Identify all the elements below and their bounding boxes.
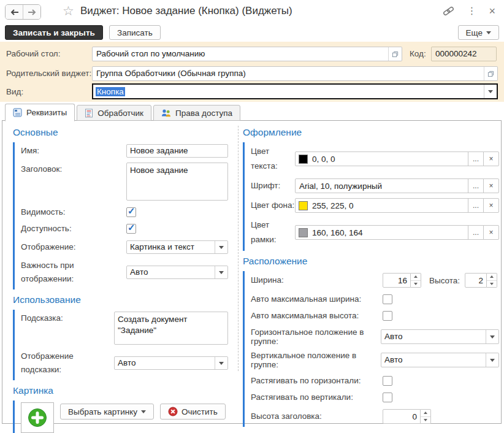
name-label: Имя: [21, 144, 126, 158]
left-column: Основные Имя: Новое задание Заголовок: Н… [13, 125, 231, 433]
tab-prava-dostupa[interactable]: Права доступа [153, 105, 240, 121]
more-button[interactable]: Еще [458, 25, 499, 40]
dropdown-button[interactable] [486, 330, 498, 343]
field-row-caption-height: Высота заголовка: 0 [251, 409, 499, 424]
accessibility-checkbox[interactable] [126, 224, 136, 234]
history-nav [5, 4, 41, 20]
chevron-down-icon [486, 31, 491, 34]
display-combobox[interactable]: Картинка и текст [126, 240, 228, 254]
caption-height-value[interactable]: 0 [383, 409, 421, 424]
field-row-display: Отображение: Картинка и текст [21, 240, 231, 254]
tooltip-textarea[interactable]: Создать документ "Задание" [114, 312, 228, 345]
vertical-position-combobox[interactable]: Авто [381, 353, 499, 367]
height-value[interactable]: 2 [465, 273, 487, 288]
choose-button[interactable]: ... [468, 198, 484, 213]
step-up-icon[interactable] [487, 274, 497, 281]
parent-widget-value: Группа Обработчики (Обычная группа) [96, 69, 246, 78]
column-divider [238, 126, 239, 371]
caption-height-stepper[interactable]: 0 [383, 409, 431, 424]
close-icon[interactable]: × [489, 6, 495, 16]
stretch-horizontal-label: Растягивать по горизонтали: [251, 374, 383, 388]
color-swatch [299, 201, 308, 210]
height-stepper[interactable]: 2 [465, 273, 497, 288]
open-button[interactable] [388, 47, 402, 61]
border-color-field[interactable]: 160, 160, 164 ... × [295, 225, 499, 240]
code-field[interactable]: 000000242 [431, 47, 497, 61]
auto-max-height-label: Авто максимальная высота: [251, 309, 383, 323]
choose-picture-button[interactable]: Выбрать картинку [60, 404, 154, 420]
step-down-icon[interactable] [421, 417, 430, 424]
dropdown-button[interactable] [215, 241, 227, 253]
stepper-arrows[interactable] [411, 273, 421, 288]
stretch-horizontal-checkbox[interactable] [383, 376, 392, 386]
chevron-down-icon [488, 90, 493, 93]
choose-button[interactable]: ... [468, 151, 484, 166]
group-layout: Ширина: 16 Высота: 2 [243, 271, 499, 427]
tooltip-display-label: Отображение подсказки: [21, 350, 114, 377]
step-up-icon[interactable] [421, 410, 430, 417]
visibility-checkbox[interactable] [126, 207, 136, 217]
dropdown-button[interactable] [215, 357, 227, 369]
desktop-value: Рабочий стол по умолчанию [96, 49, 205, 58]
tab-rekvizity[interactable]: Реквизиты [5, 104, 75, 121]
tab-obrabotchik[interactable]: Обработчик [77, 105, 151, 121]
clear-picture-button[interactable]: Очистить [160, 404, 226, 420]
forward-button[interactable] [23, 5, 40, 19]
stepper-arrows[interactable] [487, 273, 497, 288]
importance-combobox[interactable]: Авто [126, 266, 228, 279]
open-button[interactable] [484, 67, 497, 80]
command-bar: Записать и закрыть Записать Еще [0, 23, 504, 42]
link-icon[interactable] [443, 6, 454, 17]
title-textarea[interactable]: Новое задание [126, 163, 228, 201]
section-title-picture: Картинка [13, 385, 231, 396]
choose-button[interactable]: ... [468, 225, 484, 240]
text-color-field[interactable]: 0, 0, 0 ... × [295, 151, 499, 166]
border-color-value: 160, 160, 164 [312, 228, 363, 237]
field-row-stretch-h: Растягивать по горизонтали: [251, 374, 499, 388]
field-row-horizontal-position: Горизонтальное положение в группе: Авто [251, 328, 499, 346]
width-value[interactable]: 16 [383, 273, 411, 288]
tab-strip: Реквизиты Обработчик Права доступа [5, 103, 242, 121]
parent-widget-field[interactable]: Группа Обработчики (Обычная группа) [92, 66, 498, 81]
clear-button[interactable]: × [483, 151, 499, 166]
clear-button[interactable]: × [483, 198, 499, 213]
kind-combobox[interactable]: Кнопка [92, 83, 498, 99]
save-and-close-button[interactable]: Записать и закрыть [5, 25, 103, 40]
clear-button[interactable]: × [483, 225, 499, 240]
font-field[interactable]: Arial, 10, полужирный ... × [295, 178, 499, 193]
visibility-label: Видимость: [21, 205, 126, 219]
auto-max-width-checkbox[interactable] [383, 294, 392, 304]
favorite-star-icon[interactable]: ☆ [63, 3, 74, 19]
name-input[interactable]: Новое задание [126, 144, 228, 158]
save-button[interactable]: Записать [109, 25, 161, 40]
chevron-down-icon [219, 362, 224, 365]
back-button[interactable] [6, 5, 23, 19]
border-color-value-box: 160, 160, 164 [295, 225, 468, 240]
step-up-icon[interactable] [411, 274, 421, 281]
step-down-icon[interactable] [411, 281, 421, 288]
tooltip-display-combobox[interactable]: Авто [114, 356, 228, 370]
tooltip-label: Подсказка: [21, 312, 114, 325]
kind-dropdown-button[interactable] [484, 85, 497, 98]
clear-button[interactable]: × [483, 178, 499, 193]
back-color-field[interactable]: 255, 225, 0 ... × [295, 198, 499, 213]
desktop-field[interactable]: Рабочий стол по умолчанию [92, 47, 402, 61]
dropdown-button[interactable] [215, 266, 227, 278]
chevron-down-icon [490, 335, 495, 339]
display-value: Картинка и текст [130, 242, 194, 251]
code-label: Код: [410, 47, 426, 61]
field-row-tooltip: Подсказка: Создать документ "Задание" [21, 312, 231, 345]
dropdown-button[interactable] [486, 353, 498, 367]
more-menu-icon[interactable]: ⋮ [467, 6, 476, 16]
picture-preview[interactable] [21, 402, 54, 433]
choose-button[interactable]: ... [468, 178, 484, 193]
section-title-layout: Расположение [243, 256, 499, 267]
stepper-arrows[interactable] [421, 409, 431, 424]
horizontal-position-combobox[interactable]: Авто [381, 329, 499, 344]
step-down-icon[interactable] [487, 281, 497, 288]
kind-selected-text: Кнопка [96, 87, 125, 96]
auto-max-height-checkbox[interactable] [383, 311, 392, 321]
open-icon [392, 51, 399, 58]
stretch-vertical-checkbox[interactable] [383, 393, 392, 402]
width-stepper[interactable]: 16 [383, 273, 421, 288]
